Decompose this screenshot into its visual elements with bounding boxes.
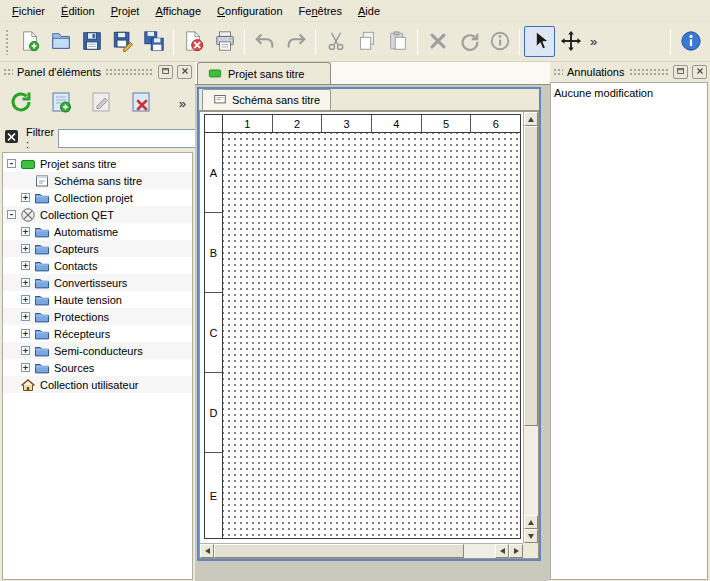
- tree-item-haute-tension[interactable]: + Haute tension: [3, 291, 192, 308]
- menu-item-projet[interactable]: Projet: [103, 0, 148, 21]
- print-button[interactable]: [209, 26, 240, 57]
- copy-button[interactable]: [351, 26, 382, 57]
- clear-filter-button[interactable]: [4, 128, 22, 148]
- save-as-button[interactable]: [107, 26, 138, 57]
- about-button[interactable]: [675, 26, 706, 57]
- filter-input[interactable]: [58, 129, 208, 148]
- tree-expander[interactable]: +: [21, 363, 30, 372]
- elements-tree: - Projet sans titre Schéma sans titre + …: [2, 152, 193, 580]
- tree-item-automatisme[interactable]: + Automatisme: [3, 223, 192, 240]
- vertical-scrollbar-track[interactable]: [524, 426, 538, 515]
- open-document-button[interactable]: [45, 26, 76, 57]
- tree-item-sources[interactable]: + Sources: [3, 359, 192, 376]
- element-info-button[interactable]: [484, 26, 515, 57]
- paste-button[interactable]: [382, 26, 413, 57]
- schema-tab[interactable]: Schéma sans titre: [202, 89, 331, 110]
- folder-icon: [34, 258, 50, 274]
- panel-overflow-button[interactable]: »: [175, 96, 190, 111]
- menu-item-label: êtres: [318, 5, 342, 17]
- undo-button[interactable]: [249, 26, 280, 57]
- float-panel-button[interactable]: [158, 65, 173, 79]
- tree-item-convertisseurs[interactable]: + Convertisseurs: [3, 274, 192, 291]
- new-document-button[interactable]: [14, 26, 45, 57]
- tree-expander[interactable]: +: [21, 295, 30, 304]
- undo-panel-title-bar[interactable]: Annulations: [550, 62, 710, 82]
- menu-item-aide[interactable]: Aide: [350, 0, 388, 21]
- toolbar-overflow-button[interactable]: »: [586, 34, 601, 49]
- tree-item-protections[interactable]: + Protections: [3, 308, 192, 325]
- delete-element-button[interactable]: [126, 87, 157, 119]
- tree-item-semi-conducteurs[interactable]: + Semi-conducteurs: [3, 342, 192, 359]
- tree-expander[interactable]: +: [21, 278, 30, 287]
- elements-panel-title-bar[interactable]: Panel d'éléments: [0, 62, 195, 82]
- close-panel-button[interactable]: [692, 65, 707, 79]
- save-button[interactable]: [76, 26, 107, 57]
- menu-item-configuration[interactable]: Configuration: [209, 0, 290, 21]
- menu-item-fichier[interactable]: Fichier: [4, 0, 53, 21]
- scroll-right-button[interactable]: [509, 544, 523, 558]
- diagram-canvas[interactable]: [223, 133, 520, 538]
- tree-item-recepteurs[interactable]: + Récepteurs: [3, 325, 192, 342]
- tree-item-collection-qet[interactable]: - Collection QET: [3, 206, 192, 223]
- dock-grip[interactable]: [553, 68, 563, 76]
- tree-expander[interactable]: +: [21, 261, 30, 270]
- scroll-down-button[interactable]: [524, 529, 538, 543]
- menu-item-fenetres[interactable]: Fenêtres: [291, 0, 350, 21]
- toolbar-grip[interactable]: [5, 29, 10, 55]
- project-tab[interactable]: Projet sans titre: [197, 62, 331, 84]
- menu-item-label: A: [358, 5, 365, 17]
- tree-expander[interactable]: +: [21, 346, 30, 355]
- close-document-button[interactable]: [178, 26, 209, 57]
- project-window: Schéma sans titre 1 2 3 4 5: [197, 87, 541, 561]
- scroll-up-button[interactable]: [524, 515, 538, 529]
- delete-button[interactable]: [422, 26, 453, 57]
- edit-element-button[interactable]: [85, 87, 116, 119]
- tree-item-projet-sans-titre[interactable]: - Projet sans titre: [3, 155, 192, 172]
- pan-mode-button[interactable]: [555, 26, 586, 57]
- diagram-scroll-area[interactable]: 1 2 3 4 5 6 A B C D: [200, 112, 523, 543]
- vertical-scrollbar-thumb[interactable]: [524, 126, 538, 426]
- horizontal-scrollbar[interactable]: [200, 543, 523, 558]
- close-panel-button[interactable]: [177, 65, 192, 79]
- scroll-left-button[interactable]: [495, 544, 509, 558]
- tree-expander[interactable]: -: [7, 159, 16, 168]
- scroll-up-button[interactable]: [524, 112, 538, 126]
- new-element-button[interactable]: [45, 87, 76, 119]
- horizontal-scrollbar-track[interactable]: [464, 544, 495, 558]
- tree-expander[interactable]: +: [21, 193, 30, 202]
- menu-item-edition[interactable]: Édition: [53, 0, 103, 21]
- tree-item-collection-projet[interactable]: + Collection projet: [3, 189, 192, 206]
- edit-element-icon: [89, 90, 113, 116]
- tree-expander[interactable]: +: [21, 244, 30, 253]
- save-all-button[interactable]: [138, 26, 169, 57]
- redo-button[interactable]: [280, 26, 311, 57]
- tree-expander[interactable]: +: [21, 329, 30, 338]
- undo-empty-item[interactable]: Aucune modification: [554, 85, 704, 101]
- tree-expander[interactable]: -: [7, 210, 16, 219]
- arrow-right-icon: [514, 548, 519, 554]
- column-label: 6: [471, 115, 520, 132]
- tree-item-capteurs[interactable]: + Capteurs: [3, 240, 192, 257]
- scroll-left-button[interactable]: [200, 544, 214, 558]
- tree-item-collection-utilisateur[interactable]: Collection utilisateur: [3, 376, 192, 393]
- tree-expander[interactable]: +: [21, 312, 30, 321]
- tree-item-contacts[interactable]: + Contacts: [3, 257, 192, 274]
- dock-grip[interactable]: [629, 68, 670, 76]
- tree-expander[interactable]: +: [21, 227, 30, 236]
- dock-grip[interactable]: [3, 68, 13, 76]
- menu-item-affichage[interactable]: Affichage: [147, 0, 209, 21]
- delete-element-icon: [129, 90, 153, 116]
- menu-item-label: C: [217, 5, 225, 17]
- float-panel-button[interactable]: [673, 65, 688, 79]
- tree-item-schema-sans-titre[interactable]: Schéma sans titre: [3, 172, 192, 189]
- reload-collections-button[interactable]: [5, 87, 36, 119]
- select-mode-button[interactable]: [524, 26, 555, 57]
- cut-button[interactable]: [320, 26, 351, 57]
- horizontal-scrollbar-thumb[interactable]: [214, 544, 464, 558]
- rotate-button[interactable]: [453, 26, 484, 57]
- vertical-scrollbar[interactable]: [523, 112, 538, 543]
- tree-item-label: Collection utilisateur: [40, 379, 138, 391]
- toolbar-separator: [417, 29, 418, 55]
- dock-grip[interactable]: [105, 68, 154, 76]
- mdi-content: Schéma sans titre 1 2 3 4 5: [195, 85, 550, 581]
